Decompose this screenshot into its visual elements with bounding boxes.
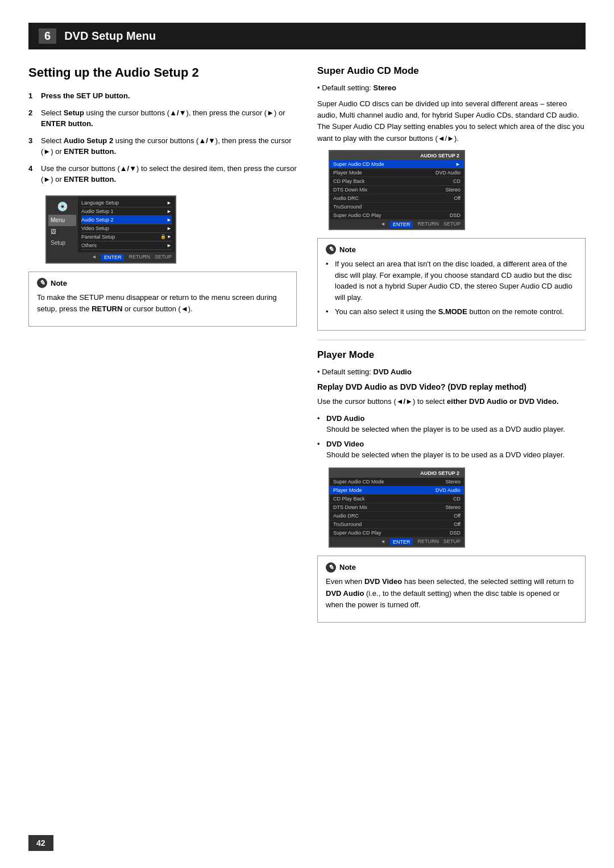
screen-sidebar: 💿 Menu 🖼 Setup: [47, 197, 78, 252]
btn-cursor[interactable]: ◄: [92, 254, 97, 261]
step-list: Press the SET UP button. Select Setup us…: [28, 90, 297, 185]
menu-item-others: Others►: [81, 241, 172, 250]
left-column: Setting up the Audio Setup 2 Press the S…: [28, 65, 297, 631]
menu-item-audio1: Audio Setup 1►: [81, 207, 172, 216]
chapter-header: 6 DVD Setup Menu: [28, 23, 586, 49]
screen2-btn-return[interactable]: RETURN: [417, 539, 439, 545]
chapter-title: DVD Setup Menu: [64, 30, 156, 43]
screen1-btn-enter[interactable]: ENTER: [390, 221, 413, 228]
note-title-right-2: ✎ Note: [326, 562, 577, 573]
sidebar-icon-setup: Setup: [48, 237, 76, 249]
note1-bullet-2: You can also select it using the S.MODE …: [326, 306, 577, 318]
screen2-row-2: Player ModeDVD Audio: [330, 486, 464, 495]
note-icon-right-2: ✎: [326, 562, 336, 573]
dvd-options-list: DVD Audio Should be selected when the pl…: [317, 413, 586, 461]
two-column-layout: Setting up the Audio Setup 2 Press the S…: [28, 65, 586, 631]
note-text-left: To make the SETUP menu disappear or retu…: [37, 292, 288, 315]
screen1-row-5: Audio DRCOff: [330, 194, 464, 203]
screen1-row-6: TruSurround: [330, 203, 464, 211]
screen1-btn-setup[interactable]: SETUP: [443, 221, 460, 228]
screen1-row-3: CD Play BackCD: [330, 177, 464, 186]
screen2-row-6: TruSurroundOff: [330, 520, 464, 529]
menu-item-parental: Parental Setup🔒 ►: [81, 233, 172, 241]
screen2-row-4: DTS Down MixStereo: [330, 503, 464, 512]
left-section-heading: Setting up the Audio Setup 2: [28, 65, 297, 80]
note1-bullet-1: If you select an area that isn't on the …: [326, 258, 577, 303]
page-number: 42: [28, 835, 53, 851]
screen1-btn-cursor[interactable]: ◄: [380, 221, 385, 228]
player-mode-heading: Player Mode: [317, 349, 586, 361]
note-box-right-1: ✎ Note If you select an area that isn't …: [317, 238, 586, 331]
sidebar-icon-menu: Menu: [48, 215, 76, 226]
menu-item-audio2: Audio Setup 2►: [81, 216, 172, 224]
divider: [317, 340, 586, 340]
screen2-row-5: Audio DRCOff: [330, 512, 464, 520]
note-title-left: ✎ Note: [37, 278, 288, 289]
screen1-row-1: Super Audio CD Mode►: [330, 160, 464, 169]
note-icon-left: ✎: [37, 278, 47, 288]
right-column: Super Audio CD Mode • Default setting: S…: [317, 65, 586, 631]
note-icon-right-1: ✎: [326, 244, 336, 254]
sidebar-icon-image: 🖼: [48, 226, 76, 237]
page: 6 DVD Setup Menu Setting up the Audio Se…: [0, 0, 614, 868]
replay-subheading: Use the cursor buttons (◄/►) to select e…: [317, 396, 586, 407]
chapter-number: 6: [39, 28, 56, 44]
menu-item-video: Video Setup►: [81, 224, 172, 233]
dvd-video-item: DVD Video Should be selected when the pl…: [317, 439, 586, 461]
step-4: Use the cursor buttons (▲/▼) to select t…: [28, 163, 297, 185]
btn-enter[interactable]: ENTER: [101, 254, 125, 261]
note-box-left: ✎ Note To make the SETUP menu disappear …: [28, 272, 297, 327]
note-title-right-1: ✎ Note: [326, 244, 577, 256]
screen2-row-7: Super Audio CD PlayDSD: [330, 529, 464, 537]
screen1-bottom: ◄ ENTER RETURN SETUP: [330, 220, 464, 229]
screen2-bottom: ◄ ENTER RETURN SETUP: [330, 537, 464, 546]
screen-body: 💿 Menu 🖼 Setup Language Setup► Audio Set…: [47, 197, 175, 252]
screen2-btn-cursor[interactable]: ◄: [380, 539, 385, 545]
super-audio-paragraph: Super Audio CD discs can be divided up i…: [317, 98, 586, 144]
screen1-btn-return[interactable]: RETURN: [417, 221, 439, 228]
screen2-btn-setup[interactable]: SETUP: [443, 539, 460, 545]
screen1-row-7: Super Audio CD PlayDSD: [330, 211, 464, 220]
screen2-row-3: CD Play BackCD: [330, 495, 464, 503]
super-audio-heading: Super Audio CD Mode: [317, 65, 586, 77]
menu-item-language: Language Setup►: [81, 199, 172, 207]
player-mode-default: • Default setting: DVD Audio: [317, 366, 586, 378]
screen-right-1: AUDIO SETUP 2 Super Audio CD Mode► Playe…: [329, 150, 465, 230]
dvd-audio-item: DVD Audio Should be selected when the pl…: [317, 413, 586, 435]
note2-text: Even when DVD Video has been selected, t…: [326, 576, 577, 610]
btn-return[interactable]: RETURN: [128, 254, 150, 261]
step-2: Select Setup using the cursor buttons (▲…: [28, 107, 297, 130]
screen2-btn-enter[interactable]: ENTER: [390, 539, 413, 545]
screen2-row-1: Super Audio CD ModeStereo: [330, 478, 464, 486]
screen1-row-2: Player ModeDVD Audio: [330, 169, 464, 177]
screen-mockup-left: 💿 Menu 🖼 Setup Language Setup► Audio Set…: [45, 195, 176, 264]
step-1: Press the SET UP button.: [28, 90, 297, 102]
step-3: Select Audio Setup 2 using the cursor bu…: [28, 135, 297, 157]
screen-main: Language Setup► Audio Setup 1► Audio Set…: [78, 197, 175, 252]
super-audio-default: • Default setting: Stereo: [317, 82, 586, 94]
screen-bottom-controls: ◄ ENTER RETURN SETUP: [47, 252, 175, 262]
screen2-title: AUDIO SETUP 2: [330, 469, 464, 478]
note1-bullet-list: If you select an area that isn't on the …: [326, 258, 577, 318]
screen1-row-4: DTS Down MixStereo: [330, 186, 464, 194]
btn-setup[interactable]: SETUP: [155, 254, 172, 261]
screen1-title: AUDIO SETUP 2: [330, 151, 464, 160]
screen-right-2: AUDIO SETUP 2 Super Audio CD ModeStereo …: [329, 468, 465, 548]
note-box-right-2: ✎ Note Even when DVD Video has been sele…: [317, 556, 586, 623]
sidebar-icon-disc: 💿: [48, 199, 76, 215]
replay-heading: Replay DVD Audio as DVD Video? (DVD repl…: [317, 382, 586, 391]
